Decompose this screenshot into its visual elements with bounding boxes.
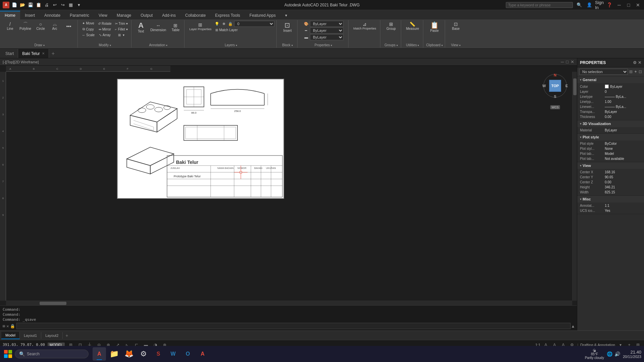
- start-button[interactable]: [3, 349, 13, 359]
- layout1-tab[interactable]: Layout1: [20, 332, 41, 339]
- rotate-button[interactable]: ↺ Rotate: [97, 21, 113, 26]
- misc-section-header[interactable]: ▾ Misc: [577, 196, 644, 202]
- match-layer-button[interactable]: ⊞ Match Layer: [214, 27, 239, 33]
- copy-button[interactable]: ⧉ Copy: [81, 26, 95, 32]
- base-button[interactable]: ⊡ Base: [449, 21, 463, 32]
- tab-baki-telur[interactable]: Baki Telur ✕: [18, 49, 49, 58]
- sel-toggle-icon[interactable]: ⊡: [639, 69, 642, 74]
- trim-button[interactable]: ✂ Trim ▾: [114, 21, 129, 26]
- info-icon[interactable]: ❓: [606, 1, 613, 9]
- close-btn[interactable]: ✕: [635, 2, 641, 8]
- taskbar-settings[interactable]: ⚙: [137, 347, 150, 361]
- account-icon[interactable]: 👤: [586, 1, 593, 9]
- sign-in-btn[interactable]: Sign In: [596, 1, 603, 9]
- match-properties-button[interactable]: ⊿ Match Properties: [351, 21, 378, 31]
- layer-lock-icon[interactable]: 🔒: [227, 21, 233, 27]
- search-btn[interactable]: 🔍: [576, 1, 583, 9]
- linetype-dropdown[interactable]: ByLayer: [310, 27, 343, 34]
- tab-output[interactable]: Output: [136, 11, 157, 19]
- viewport-restore-btn[interactable]: □: [566, 59, 569, 64]
- view-section-header[interactable]: ▾ View: [577, 162, 644, 169]
- layer-dropdown[interactable]: 0: [234, 21, 274, 27]
- clipboard-group-label[interactable]: Clipboard ▾: [426, 43, 443, 48]
- tab-home[interactable]: Home: [0, 11, 20, 19]
- cmd-arrow-icon[interactable]: ▲: [572, 324, 574, 328]
- new-doc-btn[interactable]: +: [49, 49, 57, 58]
- drawing-viewport[interactable]: A B C D E F G H 1 2 3 4 5 6: [0, 66, 577, 305]
- line-button[interactable]: / Line: [3, 21, 17, 32]
- tab-collaborate[interactable]: Collaborate: [180, 11, 210, 19]
- print-icon[interactable]: 🖨: [43, 1, 50, 9]
- tab-more[interactable]: ▾: [280, 11, 292, 19]
- 3d-viz-header[interactable]: ▾ 3D Visualization: [577, 120, 644, 127]
- wcs-badge[interactable]: WCS: [550, 105, 560, 109]
- tab-manage[interactable]: Manage: [112, 11, 136, 19]
- new-layout-btn[interactable]: +: [63, 331, 71, 340]
- workspace-icon[interactable]: ▦: [67, 1, 74, 9]
- title-search-input[interactable]: [506, 2, 573, 8]
- scroll-thumb-h[interactable]: [40, 302, 66, 305]
- tab-view[interactable]: View: [94, 11, 112, 19]
- taskbar-file-explorer[interactable]: 📁: [107, 347, 121, 361]
- sel-select-all-icon[interactable]: ✦: [634, 69, 637, 74]
- arc-button[interactable]: ⌓ Arc: [48, 21, 61, 32]
- group-button[interactable]: ⊞ Group: [384, 21, 398, 32]
- layer-on-icon[interactable]: 💡: [214, 21, 220, 27]
- cmd-input-field[interactable]: [16, 323, 570, 329]
- sel-quick-select-icon[interactable]: ⊞: [629, 69, 633, 74]
- scrollbar-horizontal[interactable]: [6, 301, 572, 305]
- view-group-label[interactable]: View ▾: [451, 43, 461, 48]
- model-tab[interactable]: Model: [1, 332, 20, 339]
- prop-close-icon[interactable]: ✕: [638, 60, 641, 65]
- tab-annotate[interactable]: Annotate: [40, 11, 65, 19]
- annotation-group-label[interactable]: Annotation ▾: [149, 43, 167, 48]
- tab-insert[interactable]: Insert: [20, 11, 40, 19]
- properties-group-label[interactable]: Properties ▾: [315, 43, 332, 48]
- tab-addins[interactable]: Add-ins: [157, 11, 180, 19]
- redo-icon[interactable]: ↪: [59, 1, 66, 9]
- taskbar-word[interactable]: W: [166, 347, 180, 361]
- draw-more-btn[interactable]: ▪▪▪: [62, 23, 75, 29]
- tab-express[interactable]: Express Tools: [210, 11, 245, 19]
- insert-button[interactable]: ⊡ Insert: [281, 21, 294, 34]
- paste-button[interactable]: 📋 Paste: [428, 21, 441, 34]
- polyline-button[interactable]: ⌒ Polyline: [17, 21, 33, 32]
- cmd-close-icon[interactable]: ✕: [6, 324, 9, 328]
- tab-featured[interactable]: Featured Apps: [245, 11, 280, 19]
- fillet-button[interactable]: ⌐ Fillet ▾: [114, 27, 129, 32]
- prop-color-icon[interactable]: 🎨: [303, 21, 309, 27]
- draw-group-label[interactable]: Draw ▾: [34, 43, 44, 48]
- tab-parametric[interactable]: Parametric: [65, 11, 94, 19]
- taskbar-outlook[interactable]: O: [181, 347, 195, 361]
- groups-group-label[interactable]: Groups ▾: [384, 43, 398, 48]
- layer-properties-button[interactable]: ⊞ Layer Properties: [187, 21, 213, 32]
- measure-button[interactable]: 📏 Measure: [404, 21, 421, 32]
- weather-widget[interactable]: 🌤 85°F Partly cloudy: [585, 349, 604, 360]
- tab-start[interactable]: Start: [1, 49, 18, 58]
- cmd-lock-icon[interactable]: 🔒: [10, 324, 15, 328]
- layers-group-label[interactable]: Layers ▾: [225, 43, 237, 48]
- scrollbar-vertical[interactable]: [572, 72, 577, 301]
- save-as-icon[interactable]: 📋: [35, 1, 42, 9]
- stretch-button[interactable]: ↔ Scale: [80, 33, 96, 38]
- dimension-button[interactable]: ↔ Dimension: [148, 22, 168, 33]
- taskbar-autocad2[interactable]: A: [196, 347, 209, 361]
- layer-freeze-icon[interactable]: ❄: [221, 21, 227, 27]
- scale-button[interactable]: ⤡ Array: [98, 33, 112, 38]
- taskbar-autocad[interactable]: A: [93, 347, 106, 361]
- prop-lineweight-icon[interactable]: ▬: [303, 34, 309, 40]
- circle-button[interactable]: ○ Circle: [34, 21, 47, 32]
- viewport-close-btn[interactable]: ✕: [571, 59, 574, 64]
- network-icon[interactable]: 🌐: [607, 351, 612, 357]
- selection-dropdown[interactable]: No selection: [579, 69, 628, 75]
- color-dropdown[interactable]: ByLayer: [310, 21, 343, 27]
- new-file-icon[interactable]: 📄: [11, 1, 18, 9]
- cmd-customize-icon[interactable]: ⊞: [3, 324, 5, 328]
- modify-group-label[interactable]: Modify ▾: [99, 43, 111, 48]
- table-button[interactable]: ⊞ Table: [169, 22, 182, 33]
- close-doc-btn[interactable]: ✕: [42, 52, 45, 55]
- restore-btn[interactable]: □: [625, 2, 632, 8]
- volume-icon[interactable]: 🔊: [614, 351, 620, 357]
- qa-dropdown-icon[interactable]: ▾: [75, 1, 83, 9]
- text-button[interactable]: A Text: [134, 21, 148, 34]
